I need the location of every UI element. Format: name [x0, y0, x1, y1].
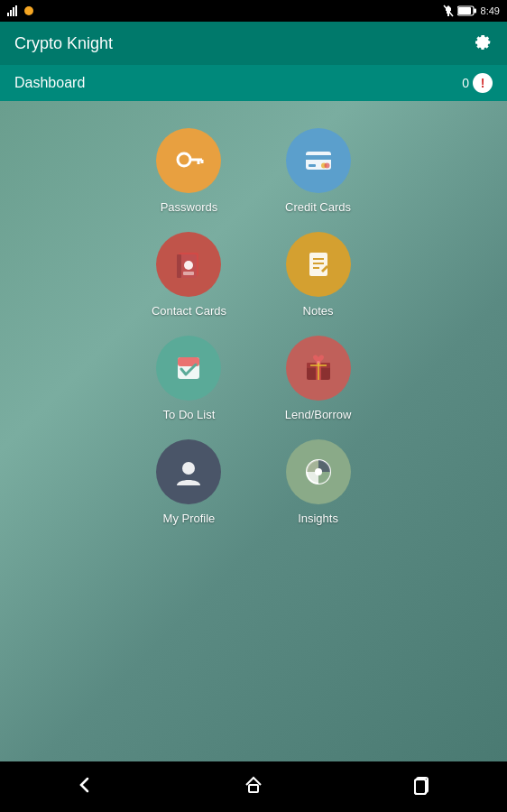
contact-cards-icon-circle: [156, 232, 221, 297]
grid-item-notes[interactable]: Notes: [281, 232, 355, 318]
app-grid: Passwords Credit Cards: [115, 119, 392, 534]
status-bar: 8:49: [0, 0, 507, 22]
check-icon: [171, 351, 206, 385]
svg-rect-0: [7, 13, 9, 16]
passwords-label: Passwords: [161, 200, 218, 214]
contact-icon: [171, 247, 206, 281]
dot-icon: [23, 5, 34, 16]
status-left: [7, 5, 34, 16]
alert-icon[interactable]: !: [473, 73, 493, 93]
insights-label: Insights: [298, 512, 338, 525]
credit-cards-label: Credit Cards: [285, 200, 351, 214]
key-icon: [171, 143, 206, 178]
svg-rect-24: [183, 272, 194, 275]
lend-borrow-icon-circle: [286, 336, 351, 401]
svg-rect-42: [415, 780, 426, 794]
svg-rect-9: [474, 9, 476, 14]
nav-bar: [0, 761, 507, 812]
my-profile-label: My Profile: [163, 512, 216, 525]
svg-rect-1: [10, 10, 12, 16]
dashboard-title: Dashboard: [14, 75, 85, 91]
svg-rect-16: [306, 155, 331, 160]
svg-rect-3: [15, 5, 17, 16]
notes-icon-circle: [286, 232, 351, 297]
svg-point-19: [324, 163, 329, 169]
svg-rect-17: [309, 164, 316, 167]
grid-item-insights[interactable]: Insights: [281, 439, 355, 525]
recent-apps-button[interactable]: [412, 775, 432, 799]
todo-label: To Do List: [163, 408, 216, 421]
grid-item-passwords[interactable]: Passwords: [152, 128, 226, 214]
svg-rect-40: [249, 785, 258, 792]
insights-icon-circle: [286, 439, 351, 504]
mute-icon: [443, 5, 454, 17]
passwords-icon-circle: [156, 128, 221, 193]
alert-count: 0: [462, 76, 469, 90]
settings-icon[interactable]: [473, 32, 493, 56]
app-title: Crypto Knight: [14, 34, 113, 53]
notes-label: Notes: [303, 304, 334, 318]
gift-icon: [301, 351, 336, 385]
person-icon: [171, 455, 206, 489]
credit-cards-icon-circle: [286, 128, 351, 193]
todo-icon-circle: [156, 336, 221, 401]
back-button[interactable]: [75, 775, 95, 799]
signal-bars-icon: [7, 5, 20, 16]
main-content: Passwords Credit Cards: [0, 101, 507, 761]
my-profile-icon-circle: [156, 439, 221, 504]
lend-borrow-label: Lend/Borrow: [285, 408, 352, 421]
grid-item-todo[interactable]: To Do List: [152, 336, 226, 421]
time-display: 8:49: [481, 5, 500, 16]
grid-item-contact-cards[interactable]: Contact Cards: [152, 232, 226, 318]
alert-area: 0 !: [462, 73, 493, 93]
status-right: 8:49: [443, 5, 500, 17]
svg-point-37: [182, 462, 195, 475]
sub-header: Dashboard 0 !: [0, 65, 507, 101]
grid-item-my-profile[interactable]: My Profile: [152, 439, 226, 525]
note-icon: [301, 247, 336, 281]
svg-rect-10: [458, 7, 471, 14]
credit-card-icon: [301, 143, 336, 178]
chart-icon: [301, 455, 336, 489]
svg-point-11: [178, 153, 190, 166]
title-bar: Crypto Knight: [0, 22, 507, 65]
svg-rect-2: [13, 7, 14, 16]
grid-item-lend-borrow[interactable]: Lend/Borrow: [281, 336, 355, 421]
battery-icon: [457, 5, 477, 16]
svg-rect-6: [447, 11, 450, 14]
svg-point-39: [315, 468, 322, 475]
contact-cards-label: Contact Cards: [152, 304, 226, 318]
svg-rect-7: [447, 14, 449, 16]
home-button[interactable]: [244, 775, 263, 799]
svg-point-4: [24, 6, 33, 15]
svg-point-23: [184, 261, 193, 270]
svg-rect-22: [177, 254, 181, 278]
grid-item-credit-cards[interactable]: Credit Cards: [281, 128, 355, 214]
